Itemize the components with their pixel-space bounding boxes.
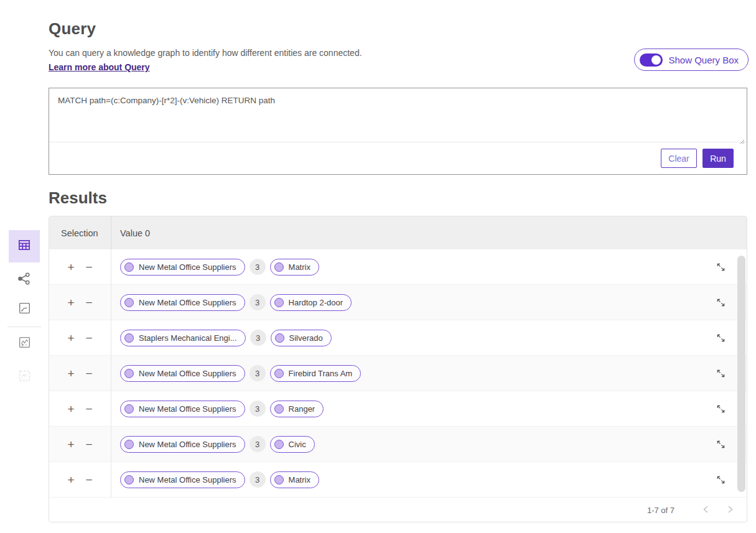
vertex-dot-icon [275,333,284,343]
clear-button[interactable]: Clear [661,149,697,168]
scrollbar-thumb[interactable] [737,256,745,492]
add-selection-button[interactable]: + [64,474,78,486]
add-selection-button[interactable]: + [64,438,78,450]
add-selection-button[interactable]: + [64,261,78,273]
hop-count-badge: 3 [250,471,266,488]
chart-view-icon [17,300,32,318]
page-description: You can query a knowledge graph to ident… [49,48,362,58]
entity-pill-source[interactable]: New Metal Office Suppliers [120,365,245,382]
table-view-button[interactable] [9,230,40,262]
entity-pill-source[interactable]: New Metal Office Suppliers [120,471,245,488]
hop-count-badge: 3 [250,436,266,452]
resize-handle-icon[interactable] [739,136,745,147]
table-row: + − New Metal Office Suppliers 3 Ranger [49,391,747,427]
expand-row-icon[interactable] [714,402,727,415]
vertex-dot-icon [274,475,284,484]
remove-selection-button[interactable]: − [82,403,96,415]
entity-pill-source[interactable]: New Metal Office Suppliers [120,401,245,417]
entity-pill-target[interactable]: Silverado [271,330,332,346]
pagination-range-label: 1-7 of 7 [647,506,674,515]
vertex-dot-icon [274,440,284,449]
entity-label: New Metal Office Suppliers [139,369,236,378]
remove-selection-button[interactable]: − [82,261,96,273]
entity-pill-target[interactable]: Firebird Trans Am [270,365,362,382]
table-row: + − New Metal Office Suppliers 3 Matrix [49,462,747,498]
toggle-switch-icon [640,53,663,67]
expand-row-icon[interactable] [714,261,727,273]
vertex-dot-icon [124,262,134,272]
remove-selection-button[interactable]: − [82,332,96,344]
remove-selection-button[interactable]: − [82,297,96,308]
map-view-icon [17,335,32,352]
entity-label: Ranger [289,404,315,414]
expand-row-icon[interactable] [714,367,727,379]
entity-label: Matrix [289,262,310,272]
add-selection-button[interactable]: + [64,332,78,344]
sidebar-divider [7,327,41,327]
add-selection-button[interactable]: + [64,368,78,379]
next-page-button[interactable] [723,506,738,515]
query-page: Query You can query a knowledge graph to… [0,0,756,533]
query-input[interactable]: MATCH path=(c:Company)-[r*2]-(v:Vehicle)… [49,88,747,142]
remove-selection-button[interactable]: − [82,438,96,450]
entity-label: New Metal Office Suppliers [139,404,236,414]
entity-label: New Metal Office Suppliers [139,475,236,484]
entity-pill-source[interactable]: New Metal Office Suppliers [120,259,245,276]
add-selection-button[interactable]: + [64,297,78,308]
entity-label: New Metal Office Suppliers [139,262,236,272]
vertex-dot-icon [274,262,284,272]
table-row: + − New Metal Office Suppliers 3 Hardtop… [49,285,747,320]
table-pagination: 1-7 of 7 [49,498,747,522]
table-row: + − Staplers Mechanical Engi... 3 Silver… [49,320,747,356]
graph-view-button[interactable] [16,271,32,289]
expand-row-icon[interactable] [714,438,727,450]
entity-pill-source[interactable]: New Metal Office Suppliers [120,436,245,453]
expand-row-icon[interactable] [714,296,727,308]
vertex-dot-icon [274,404,284,414]
entity-label: Hardtop 2-door [289,298,343,307]
hop-count-badge: 3 [250,365,266,381]
add-selection-button[interactable]: + [64,403,78,415]
remove-selection-button[interactable]: − [82,474,96,486]
table-row: + − New Metal Office Suppliers 3 Civic [49,427,747,462]
remove-selection-button[interactable]: − [82,368,96,379]
vertex-dot-icon [124,404,134,414]
vertex-dot-icon [124,333,134,343]
expand-row-icon[interactable] [714,473,727,486]
query-box: MATCH path=(c:Company)-[r*2]-(v:Vehicle)… [49,88,747,175]
hop-count-badge: 3 [250,330,266,346]
entity-label: Staplers Mechanical Engi... [139,333,237,343]
entity-label: New Metal Office Suppliers [139,440,236,449]
custom-view-icon [17,368,32,386]
map-view-button[interactable] [17,335,32,352]
table-row: + − New Metal Office Suppliers 3 Matrix [49,249,747,285]
table-scrollbar [737,251,745,495]
view-switcher-sidebar [7,230,41,386]
expand-row-icon[interactable] [714,331,727,344]
column-header-value0: Value 0 [111,228,747,238]
entity-pill-source[interactable]: Staplers Mechanical Engi... [120,330,246,346]
entity-pill-target[interactable]: Civic [270,436,315,453]
entity-label: Matrix [289,475,310,484]
vertex-dot-icon [124,475,134,484]
learn-more-link[interactable]: Learn more about Query [49,62,150,72]
graph-view-icon [16,271,32,289]
entity-label: New Metal Office Suppliers [139,298,236,307]
entity-pill-target[interactable]: Matrix [270,471,319,488]
run-button[interactable]: Run [702,149,734,168]
table-header-row: Selection Value 0 [49,216,747,249]
show-query-box-toggle[interactable]: Show Query Box [634,49,749,71]
column-header-selection: Selection [49,216,111,249]
hop-count-badge: 3 [250,259,266,275]
entity-pill-target[interactable]: Matrix [270,259,319,276]
entity-pill-target[interactable]: Hardtop 2-door [270,294,352,311]
entity-label: Firebird Trans Am [289,369,353,378]
entity-pill-target[interactable]: Ranger [270,401,324,417]
entity-label: Civic [289,440,306,449]
table-row: + − New Metal Office Suppliers 3 Firebir… [49,356,747,391]
entity-pill-source[interactable]: New Metal Office Suppliers [120,294,245,311]
vertex-dot-icon [124,369,134,378]
previous-page-button[interactable] [698,506,713,515]
chevron-left-icon [703,506,708,515]
chart-view-button[interactable] [17,300,32,318]
